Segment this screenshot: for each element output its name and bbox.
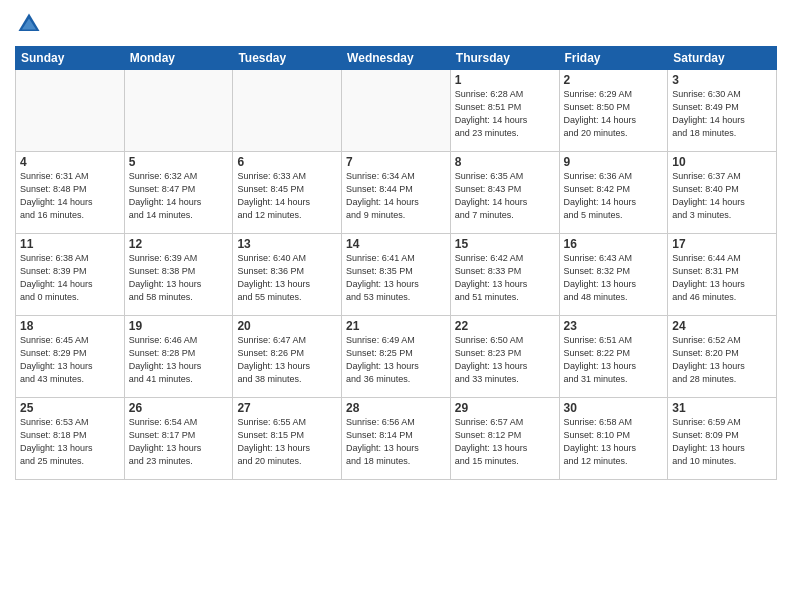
day-number: 13: [237, 237, 337, 251]
day-number: 27: [237, 401, 337, 415]
weekday-header-tuesday: Tuesday: [233, 47, 342, 70]
day-info: Sunrise: 6:45 AMSunset: 8:29 PMDaylight:…: [20, 334, 120, 386]
day-info: Sunrise: 6:33 AMSunset: 8:45 PMDaylight:…: [237, 170, 337, 222]
day-cell: 23Sunrise: 6:51 AMSunset: 8:22 PMDayligh…: [559, 316, 668, 398]
day-number: 16: [564, 237, 664, 251]
weekday-header-wednesday: Wednesday: [342, 47, 451, 70]
day-cell: 13Sunrise: 6:40 AMSunset: 8:36 PMDayligh…: [233, 234, 342, 316]
weekday-header-friday: Friday: [559, 47, 668, 70]
day-info: Sunrise: 6:47 AMSunset: 8:26 PMDaylight:…: [237, 334, 337, 386]
day-cell: 24Sunrise: 6:52 AMSunset: 8:20 PMDayligh…: [668, 316, 777, 398]
day-number: 17: [672, 237, 772, 251]
day-number: 24: [672, 319, 772, 333]
weekday-header-row: SundayMondayTuesdayWednesdayThursdayFrid…: [16, 47, 777, 70]
day-number: 23: [564, 319, 664, 333]
day-info: Sunrise: 6:38 AMSunset: 8:39 PMDaylight:…: [20, 252, 120, 304]
day-info: Sunrise: 6:53 AMSunset: 8:18 PMDaylight:…: [20, 416, 120, 468]
day-number: 5: [129, 155, 229, 169]
day-cell: 16Sunrise: 6:43 AMSunset: 8:32 PMDayligh…: [559, 234, 668, 316]
day-cell: 28Sunrise: 6:56 AMSunset: 8:14 PMDayligh…: [342, 398, 451, 480]
day-number: 1: [455, 73, 555, 87]
day-info: Sunrise: 6:41 AMSunset: 8:35 PMDaylight:…: [346, 252, 446, 304]
day-number: 15: [455, 237, 555, 251]
day-cell: 5Sunrise: 6:32 AMSunset: 8:47 PMDaylight…: [124, 152, 233, 234]
day-number: 25: [20, 401, 120, 415]
day-info: Sunrise: 6:52 AMSunset: 8:20 PMDaylight:…: [672, 334, 772, 386]
day-info: Sunrise: 6:59 AMSunset: 8:09 PMDaylight:…: [672, 416, 772, 468]
day-info: Sunrise: 6:46 AMSunset: 8:28 PMDaylight:…: [129, 334, 229, 386]
day-cell: 30Sunrise: 6:58 AMSunset: 8:10 PMDayligh…: [559, 398, 668, 480]
day-cell: 11Sunrise: 6:38 AMSunset: 8:39 PMDayligh…: [16, 234, 125, 316]
day-cell: 21Sunrise: 6:49 AMSunset: 8:25 PMDayligh…: [342, 316, 451, 398]
day-info: Sunrise: 6:43 AMSunset: 8:32 PMDaylight:…: [564, 252, 664, 304]
day-number: 28: [346, 401, 446, 415]
day-cell: [342, 70, 451, 152]
weekday-header-sunday: Sunday: [16, 47, 125, 70]
week-row-1: 1Sunrise: 6:28 AMSunset: 8:51 PMDaylight…: [16, 70, 777, 152]
day-number: 21: [346, 319, 446, 333]
day-info: Sunrise: 6:51 AMSunset: 8:22 PMDaylight:…: [564, 334, 664, 386]
day-info: Sunrise: 6:54 AMSunset: 8:17 PMDaylight:…: [129, 416, 229, 468]
day-cell: [16, 70, 125, 152]
day-info: Sunrise: 6:49 AMSunset: 8:25 PMDaylight:…: [346, 334, 446, 386]
day-cell: 9Sunrise: 6:36 AMSunset: 8:42 PMDaylight…: [559, 152, 668, 234]
day-cell: 10Sunrise: 6:37 AMSunset: 8:40 PMDayligh…: [668, 152, 777, 234]
week-row-5: 25Sunrise: 6:53 AMSunset: 8:18 PMDayligh…: [16, 398, 777, 480]
day-number: 19: [129, 319, 229, 333]
page: SundayMondayTuesdayWednesdayThursdayFrid…: [0, 0, 792, 612]
day-number: 12: [129, 237, 229, 251]
day-info: Sunrise: 6:37 AMSunset: 8:40 PMDaylight:…: [672, 170, 772, 222]
day-cell: 1Sunrise: 6:28 AMSunset: 8:51 PMDaylight…: [450, 70, 559, 152]
week-row-3: 11Sunrise: 6:38 AMSunset: 8:39 PMDayligh…: [16, 234, 777, 316]
day-number: 14: [346, 237, 446, 251]
day-number: 30: [564, 401, 664, 415]
weekday-header-saturday: Saturday: [668, 47, 777, 70]
day-cell: 22Sunrise: 6:50 AMSunset: 8:23 PMDayligh…: [450, 316, 559, 398]
day-cell: 29Sunrise: 6:57 AMSunset: 8:12 PMDayligh…: [450, 398, 559, 480]
weekday-header-thursday: Thursday: [450, 47, 559, 70]
day-info: Sunrise: 6:39 AMSunset: 8:38 PMDaylight:…: [129, 252, 229, 304]
day-number: 3: [672, 73, 772, 87]
week-row-2: 4Sunrise: 6:31 AMSunset: 8:48 PMDaylight…: [16, 152, 777, 234]
day-info: Sunrise: 6:50 AMSunset: 8:23 PMDaylight:…: [455, 334, 555, 386]
day-cell: 31Sunrise: 6:59 AMSunset: 8:09 PMDayligh…: [668, 398, 777, 480]
day-number: 10: [672, 155, 772, 169]
day-cell: 6Sunrise: 6:33 AMSunset: 8:45 PMDaylight…: [233, 152, 342, 234]
day-number: 29: [455, 401, 555, 415]
day-info: Sunrise: 6:35 AMSunset: 8:43 PMDaylight:…: [455, 170, 555, 222]
day-info: Sunrise: 6:44 AMSunset: 8:31 PMDaylight:…: [672, 252, 772, 304]
logo: [15, 10, 47, 38]
day-cell: 25Sunrise: 6:53 AMSunset: 8:18 PMDayligh…: [16, 398, 125, 480]
day-number: 2: [564, 73, 664, 87]
day-cell: 19Sunrise: 6:46 AMSunset: 8:28 PMDayligh…: [124, 316, 233, 398]
day-info: Sunrise: 6:56 AMSunset: 8:14 PMDaylight:…: [346, 416, 446, 468]
day-cell: 20Sunrise: 6:47 AMSunset: 8:26 PMDayligh…: [233, 316, 342, 398]
day-info: Sunrise: 6:36 AMSunset: 8:42 PMDaylight:…: [564, 170, 664, 222]
day-info: Sunrise: 6:55 AMSunset: 8:15 PMDaylight:…: [237, 416, 337, 468]
day-info: Sunrise: 6:57 AMSunset: 8:12 PMDaylight:…: [455, 416, 555, 468]
calendar-table: SundayMondayTuesdayWednesdayThursdayFrid…: [15, 46, 777, 480]
day-number: 26: [129, 401, 229, 415]
day-cell: [124, 70, 233, 152]
day-number: 20: [237, 319, 337, 333]
day-cell: 12Sunrise: 6:39 AMSunset: 8:38 PMDayligh…: [124, 234, 233, 316]
day-cell: [233, 70, 342, 152]
day-cell: 27Sunrise: 6:55 AMSunset: 8:15 PMDayligh…: [233, 398, 342, 480]
day-info: Sunrise: 6:30 AMSunset: 8:49 PMDaylight:…: [672, 88, 772, 140]
day-number: 22: [455, 319, 555, 333]
day-cell: 15Sunrise: 6:42 AMSunset: 8:33 PMDayligh…: [450, 234, 559, 316]
day-cell: 14Sunrise: 6:41 AMSunset: 8:35 PMDayligh…: [342, 234, 451, 316]
day-cell: 4Sunrise: 6:31 AMSunset: 8:48 PMDaylight…: [16, 152, 125, 234]
day-info: Sunrise: 6:29 AMSunset: 8:50 PMDaylight:…: [564, 88, 664, 140]
day-info: Sunrise: 6:40 AMSunset: 8:36 PMDaylight:…: [237, 252, 337, 304]
day-cell: 7Sunrise: 6:34 AMSunset: 8:44 PMDaylight…: [342, 152, 451, 234]
logo-icon: [15, 10, 43, 38]
day-info: Sunrise: 6:28 AMSunset: 8:51 PMDaylight:…: [455, 88, 555, 140]
week-row-4: 18Sunrise: 6:45 AMSunset: 8:29 PMDayligh…: [16, 316, 777, 398]
day-number: 18: [20, 319, 120, 333]
day-info: Sunrise: 6:32 AMSunset: 8:47 PMDaylight:…: [129, 170, 229, 222]
day-number: 8: [455, 155, 555, 169]
day-info: Sunrise: 6:58 AMSunset: 8:10 PMDaylight:…: [564, 416, 664, 468]
day-info: Sunrise: 6:42 AMSunset: 8:33 PMDaylight:…: [455, 252, 555, 304]
day-cell: 17Sunrise: 6:44 AMSunset: 8:31 PMDayligh…: [668, 234, 777, 316]
